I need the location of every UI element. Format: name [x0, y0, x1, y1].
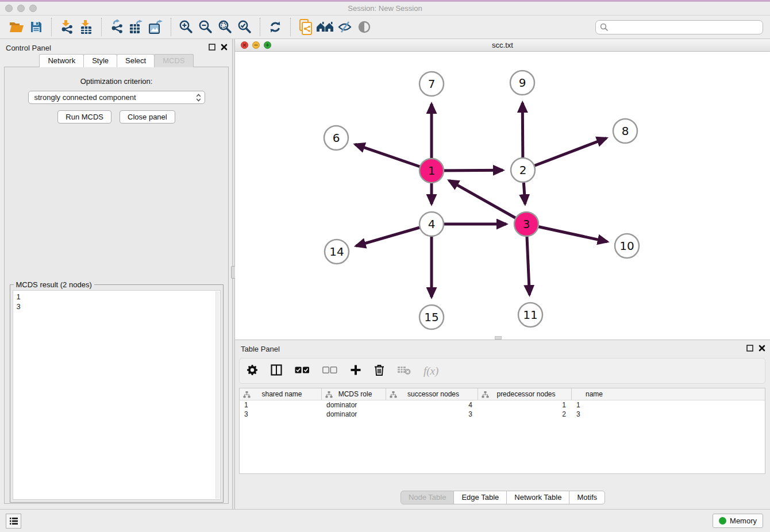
column-header-shared-name[interactable]: shared name	[240, 388, 322, 400]
tab-network[interactable]: Network	[39, 54, 84, 67]
optimization-criterion-label: Optimization criterion:	[80, 77, 153, 86]
cell-predecessor-nodes[interactable]: 2	[478, 410, 572, 419]
tab-mcds[interactable]: MCDS	[154, 54, 193, 67]
export-image-icon[interactable]	[146, 18, 165, 36]
result-line: 3	[17, 302, 220, 311]
mcds-result-group: MCDS result (2 nodes) 1 3	[10, 284, 224, 503]
tab-motifs[interactable]: Motifs	[569, 491, 605, 504]
task-history-button[interactable]	[6, 514, 21, 529]
cell-successor-nodes[interactable]: 4	[386, 400, 478, 410]
hide-network-icon[interactable]	[335, 18, 355, 36]
close-panel-icon[interactable]	[759, 344, 765, 354]
function-builder-icon[interactable]: f(x)	[424, 365, 438, 377]
list-icon	[9, 517, 18, 525]
select-all-checks-icon[interactable]	[295, 366, 310, 376]
graph-node-label-1: 1	[428, 164, 436, 178]
column-header-predecessor-nodes[interactable]: predecessor nodes	[478, 388, 572, 400]
export-network-icon[interactable]	[107, 18, 126, 36]
toolbar-separator	[101, 18, 102, 36]
column-header-successor-nodes[interactable]: successor nodes	[386, 388, 478, 400]
table-tabs: Node Table Edge Table Network Table Moti…	[235, 491, 770, 504]
zoom-selected-icon[interactable]	[235, 18, 255, 36]
select-stepper-icon	[196, 94, 201, 102]
network-view-window: scc.txt 7968124314101511	[235, 39, 770, 340]
tab-style[interactable]: Style	[83, 54, 117, 67]
network-canvas[interactable]: 7968124314101511	[235, 52, 770, 340]
criterion-value: strongly connected component	[34, 93, 136, 102]
zoom-fit-icon[interactable]	[215, 18, 235, 36]
export-table-icon[interactable]	[126, 18, 146, 36]
table-toolbar: f(x)	[239, 358, 765, 384]
tab-select[interactable]: Select	[117, 54, 155, 67]
column-layout-icon[interactable]	[271, 364, 282, 378]
tab-node-table[interactable]: Node Table	[401, 491, 455, 504]
save-icon[interactable]	[26, 18, 46, 36]
settings-gear-icon[interactable]	[247, 364, 258, 378]
mcds-result-text[interactable]: 1 3	[13, 290, 221, 500]
control-panel-title: Control Panel	[6, 44, 51, 52]
criterion-select[interactable]: strongly connected component	[28, 91, 205, 104]
search-field-wrap	[595, 20, 763, 34]
column-header-mcds-role[interactable]: MCDS role	[322, 388, 386, 400]
graph-edge-2-8[interactable]	[523, 138, 606, 170]
graph-node-label-4: 4	[428, 217, 436, 231]
graph-node-label-14: 14	[329, 245, 344, 259]
node-table-header: shared name MCDS role successor nodes	[240, 388, 765, 400]
memory-label: Memory	[730, 516, 757, 525]
import-table-icon[interactable]	[76, 18, 96, 36]
float-panel-icon[interactable]	[209, 43, 215, 53]
graph-node-label-15: 15	[424, 310, 438, 324]
table-panel: Table Panel	[235, 340, 770, 509]
delete-column-icon[interactable]	[374, 364, 384, 378]
table-row[interactable]: 1 dominator 4 1 1	[240, 400, 765, 410]
close-panel-button[interactable]: Close panel	[120, 110, 175, 124]
home-networks-icon[interactable]	[315, 18, 335, 36]
canvas-resize-grip[interactable]	[495, 336, 502, 340]
control-panel-tabs: Network Style Select MCDS	[0, 54, 232, 67]
add-column-icon[interactable]	[350, 364, 361, 378]
show-network-icon[interactable]	[355, 18, 374, 36]
cell-mcds-role[interactable]: dominator	[322, 410, 386, 419]
cell-shared-name[interactable]: 3	[240, 410, 322, 419]
control-panel-header: Control Panel	[0, 39, 232, 54]
application-window: Session: New Session	[0, 0, 770, 532]
delete-table-icon[interactable]	[397, 365, 411, 377]
control-panel: Control Panel Network Style Select MCDS …	[0, 39, 232, 509]
run-mcds-button[interactable]: Run MCDS	[57, 110, 111, 124]
toolbar-separator	[171, 18, 171, 36]
open-folder-icon[interactable]	[7, 18, 26, 36]
status-bar: Memory	[0, 509, 770, 532]
zoom-in-icon[interactable]	[176, 18, 196, 36]
search-icon	[600, 23, 609, 34]
tab-network-table[interactable]: Network Table	[506, 491, 569, 504]
cell-name[interactable]: 1	[572, 400, 621, 410]
cell-predecessor-nodes[interactable]: 1	[478, 400, 572, 410]
cell-successor-nodes[interactable]: 3	[386, 410, 478, 419]
deselect-all-checks-icon[interactable]	[322, 366, 337, 376]
graph-node-label-2: 2	[519, 163, 527, 177]
cell-mcds-role[interactable]: dominator	[322, 400, 386, 410]
cell-shared-name[interactable]: 1	[240, 400, 322, 410]
duplicate-network-icon[interactable]	[296, 18, 315, 36]
refresh-icon[interactable]	[265, 18, 285, 36]
tab-edge-table[interactable]: Edge Table	[453, 491, 507, 504]
table-panel-header: Table Panel	[235, 340, 770, 355]
zoom-out-icon[interactable]	[196, 18, 215, 36]
toolbar-separator	[290, 18, 291, 36]
search-input[interactable]	[595, 20, 763, 34]
toolbar-separator	[51, 18, 52, 36]
cell-name[interactable]: 3	[572, 410, 621, 419]
memory-button[interactable]: Memory	[713, 514, 763, 528]
close-panel-icon[interactable]	[221, 43, 228, 53]
graph-edge-3-1[interactable]	[449, 180, 526, 224]
window-title: Session: New Session	[0, 4, 770, 13]
mcds-result-title: MCDS result (2 nodes)	[14, 280, 94, 289]
float-panel-icon[interactable]	[746, 344, 753, 354]
result-line: 1	[17, 292, 220, 302]
node-table[interactable]: shared name MCDS role successor nodes	[239, 388, 765, 474]
result-scrollbar[interactable]	[215, 291, 220, 499]
import-network-icon[interactable]	[57, 18, 76, 36]
column-header-name[interactable]: name	[572, 388, 621, 400]
mcds-panel: Optimization criterion: strongly connect…	[4, 67, 229, 504]
table-row[interactable]: 3 dominator 3 2 3	[240, 410, 765, 419]
